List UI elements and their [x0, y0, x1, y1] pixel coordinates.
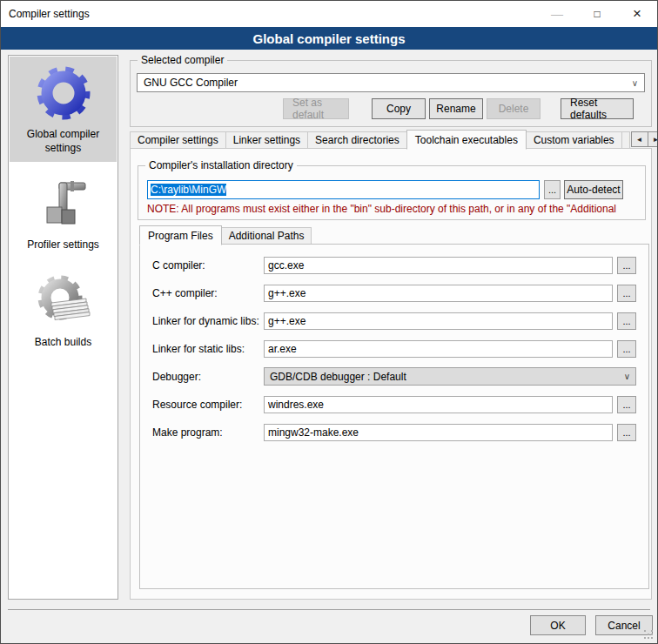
installation-directory-legend: Compiler's installation directory	[145, 159, 297, 171]
make-program-row: Make program: ...	[152, 423, 636, 441]
window-controls: — □ ×	[537, 1, 657, 27]
window-title: Compiler settings	[1, 8, 90, 20]
tab-scroll-left-button[interactable]: ◄	[631, 131, 648, 147]
selected-compiler-group: Selected compiler GNU GCC Compiler ∨ Set…	[130, 60, 652, 127]
sidebar-item-label: Global compiler settings	[10, 128, 117, 155]
toolchain-executables-page: Compiler's installation directory C:\ray…	[130, 148, 652, 600]
close-button[interactable]: ×	[617, 1, 657, 27]
delete-button[interactable]: Delete	[487, 98, 540, 119]
compiler-settings-dialog: Compiler settings — □ × Global compiler …	[0, 0, 658, 644]
tab-search-directories[interactable]: Search directories	[307, 131, 407, 149]
dynamic-linker-label: Linker for dynamic libs:	[152, 315, 264, 327]
close-icon: ×	[633, 5, 641, 23]
tab-custom-variables[interactable]: Custom variables	[526, 131, 622, 149]
resize-grip[interactable]	[644, 630, 655, 641]
maximize-icon: □	[594, 8, 600, 20]
debugger-select-value: GDB/CDB debugger : Default	[270, 371, 406, 383]
debugger-label: Debugger:	[152, 371, 264, 383]
make-program-browse-button[interactable]: ...	[617, 424, 636, 441]
cpp-compiler-input[interactable]	[264, 285, 613, 302]
sidebar-item-batch-builds[interactable]: Batch builds	[10, 265, 117, 357]
chevron-down-icon: ∨	[624, 372, 630, 381]
selected-compiler-legend: Selected compiler	[138, 54, 227, 66]
compiler-select[interactable]: GNU GCC Compiler ∨	[137, 73, 645, 92]
c-compiler-browse-button[interactable]: ...	[617, 257, 636, 274]
debugger-select[interactable]: GDB/CDB debugger : Default ∨	[264, 367, 636, 386]
dynamic-linker-row: Linker for dynamic libs: ...	[152, 312, 636, 330]
tab-build-options[interactable]: Build	[621, 131, 630, 149]
reset-defaults-button[interactable]: Reset defaults	[561, 98, 634, 119]
bin-subdirectory-note: NOTE: All programs must exist either in …	[147, 203, 644, 215]
footer-separator	[8, 609, 650, 610]
c-compiler-row: C compiler: ...	[152, 256, 636, 274]
cpp-compiler-label: C++ compiler:	[152, 287, 264, 299]
arrow-left-icon: ◄	[636, 136, 643, 144]
title-bar[interactable]: Compiler settings — □ ×	[1, 1, 657, 27]
browse-directory-button[interactable]: ...	[544, 180, 561, 199]
c-compiler-input[interactable]	[264, 257, 613, 274]
installation-path-input[interactable]: C:\raylib\MinGW	[147, 180, 540, 199]
installation-directory-group: Compiler's installation directory C:\ray…	[138, 165, 646, 220]
compiler-select-value: GNU GCC Compiler	[144, 77, 238, 89]
tab-scroll-right-button[interactable]: ►	[648, 131, 658, 147]
tab-additional-paths[interactable]: Additional Paths	[221, 227, 312, 245]
program-files-tabstrip: Program Files Additional Paths	[139, 225, 311, 245]
resource-compiler-input[interactable]	[264, 396, 613, 413]
minimize-button[interactable]: —	[537, 1, 577, 27]
dialog-header: Global compiler settings	[1, 27, 657, 50]
arrow-right-icon: ►	[653, 136, 658, 144]
static-linker-row: Linker for static libs: ...	[152, 339, 636, 358]
tab-toolchain-executables[interactable]: Toolchain executables	[406, 130, 527, 150]
resource-compiler-browse-button[interactable]: ...	[617, 396, 636, 413]
make-program-input[interactable]	[264, 424, 613, 441]
sidebar-item-profiler-settings[interactable]: Profiler settings	[10, 167, 117, 259]
static-linker-input[interactable]	[264, 340, 613, 358]
static-linker-label: Linker for static libs:	[152, 343, 264, 355]
auto-detect-button[interactable]: Auto-detect	[564, 180, 623, 199]
tab-compiler-settings[interactable]: Compiler settings	[130, 131, 226, 149]
rename-button[interactable]: Rename	[429, 98, 483, 119]
cpp-compiler-browse-button[interactable]: ...	[617, 285, 636, 302]
c-compiler-label: C compiler:	[152, 259, 264, 272]
compiler-buttons-row: Set as default Copy Rename Delete Reset …	[137, 98, 634, 119]
blue-gear-icon	[36, 65, 91, 121]
dynamic-linker-input[interactable]	[264, 312, 613, 330]
installation-path-value: C:\raylib\MinGW	[151, 184, 226, 196]
ok-button[interactable]: OK	[530, 615, 586, 635]
gray-gear-stack-icon	[36, 273, 91, 329]
tab-program-files[interactable]: Program Files	[139, 225, 222, 245]
copy-button[interactable]: Copy	[372, 98, 426, 119]
minimize-icon: —	[551, 7, 563, 21]
resource-compiler-row: Resource compiler: ...	[152, 395, 636, 413]
set-as-default-button[interactable]: Set as default	[283, 98, 349, 119]
sidebar-item-label: Batch builds	[31, 336, 95, 350]
sidebar-item-label: Profiler settings	[24, 238, 103, 252]
cpp-compiler-row: C++ compiler: ...	[152, 284, 636, 302]
maximize-button[interactable]: □	[577, 1, 617, 27]
tab-linker-settings[interactable]: Linker settings	[225, 131, 308, 149]
dialog-header-title: Global compiler settings	[252, 31, 405, 46]
make-program-label: Make program:	[152, 426, 264, 439]
resource-compiler-label: Resource compiler:	[152, 399, 264, 411]
static-linker-browse-button[interactable]: ...	[617, 340, 636, 358]
sidebar-item-global-compiler-settings[interactable]: Global compiler settings	[10, 57, 117, 162]
installation-path-row: C:\raylib\MinGW ... Auto-detect	[147, 180, 638, 199]
settings-sidebar: Global compiler settings Profiler settin…	[8, 55, 118, 600]
dynamic-linker-browse-button[interactable]: ...	[617, 312, 636, 330]
program-files-panel: C compiler: ... C++ compiler: ... Linker…	[139, 244, 649, 589]
tab-scroll-arrows: ◄ ►	[632, 131, 658, 147]
debugger-row: Debugger: GDB/CDB debugger : Default ∨	[152, 367, 636, 386]
settings-tabstrip: Compiler settings Linker settings Search…	[130, 129, 652, 149]
chevron-down-icon: ∨	[632, 78, 638, 88]
caliper-icon	[36, 176, 91, 231]
